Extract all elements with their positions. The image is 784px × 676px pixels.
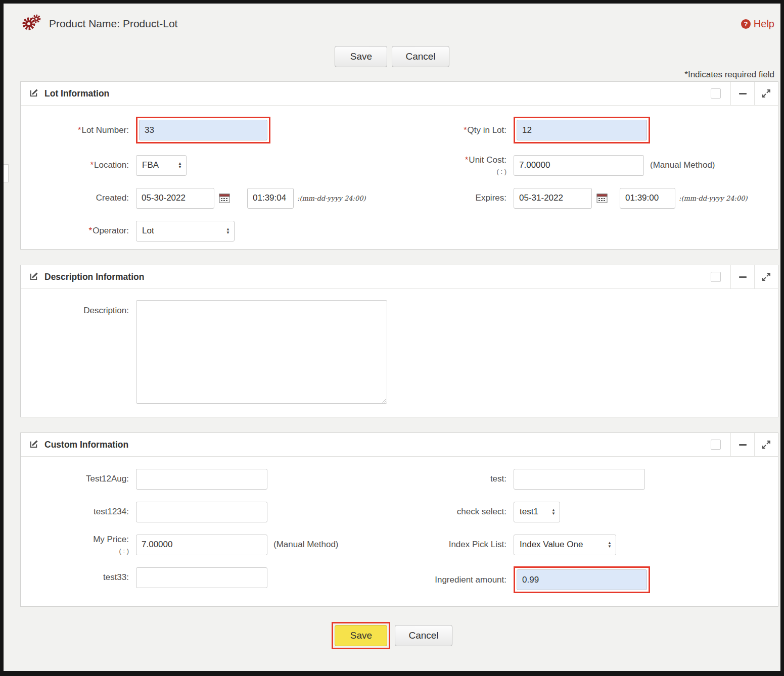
lot-number-input[interactable] — [139, 120, 267, 140]
test-label: test: — [400, 473, 514, 484]
expires-label: Expires: — [400, 192, 514, 203]
lot-information-header: Lot Information — [21, 82, 778, 106]
app-window: Product Name: Product-Lot ? Help Save Ca… — [0, 0, 784, 676]
calendar-icon[interactable] — [219, 193, 230, 203]
check-select-label: check select: — [400, 506, 514, 517]
sidebar-collapse-handle[interactable] — [4, 164, 9, 182]
expand-icon — [762, 440, 771, 449]
top-actions: Save Cancel — [4, 46, 780, 67]
panel-select-checkbox[interactable] — [701, 82, 730, 105]
test1234-input[interactable] — [136, 502, 267, 522]
required-field-note: *Indicates required field — [4, 70, 780, 80]
help-icon: ? — [741, 19, 751, 29]
expand-button[interactable] — [754, 82, 778, 105]
unit-cost-method-text: (Manual Method) — [650, 160, 715, 170]
expires-row: Expires: :(mm-d — [400, 187, 778, 209]
lot-information-title: Lot Information — [44, 88, 109, 99]
edit-icon — [29, 271, 39, 283]
description-textarea[interactable] — [136, 300, 387, 404]
lot-number-row: *Lot Number: — [21, 117, 400, 143]
qty-in-lot-label: *Qty in Lot: — [400, 125, 514, 135]
test-input[interactable] — [514, 469, 645, 490]
lot-information-panel: Lot Information *Lot Number: — [20, 81, 778, 250]
checkbox-icon — [711, 272, 721, 282]
expand-button[interactable] — [754, 433, 778, 456]
my-price-row: My Price: ( : ) (Manual Method) — [21, 534, 400, 556]
expires-date-input[interactable] — [514, 188, 592, 209]
qty-in-lot-row: *Qty in Lot: — [400, 117, 778, 143]
annotation-box-qty — [514, 117, 650, 143]
qty-in-lot-input[interactable] — [517, 120, 647, 140]
minus-icon — [739, 444, 747, 446]
edit-icon — [29, 439, 39, 451]
lot-number-label: *Lot Number: — [21, 125, 136, 135]
operator-select[interactable]: Lot ▲▼ — [136, 221, 235, 242]
operator-row: *Operator: Lot ▲▼ — [21, 220, 400, 242]
collapse-button[interactable] — [730, 82, 754, 105]
save-button-bottom[interactable]: Save — [335, 625, 387, 646]
required-asterisk: * — [464, 125, 467, 135]
lot-information-body: *Lot Number: *Location: FBA ▲▼ — [21, 106, 778, 249]
created-row: Created: :(mm-d — [21, 187, 400, 209]
description-information-header: Description Information — [21, 265, 778, 289]
test12aug-label: Test12Aug: — [21, 473, 136, 484]
test12aug-input[interactable] — [136, 469, 267, 490]
page-title: Product Name: Product-Lot — [49, 18, 177, 30]
save-button-top[interactable]: Save — [335, 46, 387, 67]
test33-row: test33: — [21, 566, 400, 589]
my-price-sub-label: ( : ) — [119, 547, 129, 555]
panel-controls — [701, 265, 778, 288]
annotation-box-ingredient — [514, 566, 650, 593]
select-spinner-icon: ▲▼ — [178, 162, 182, 169]
location-label: *Location: — [21, 160, 136, 170]
test33-input[interactable] — [136, 567, 267, 588]
created-time-input[interactable] — [247, 188, 294, 209]
collapse-button[interactable] — [730, 433, 754, 456]
index-pick-list-row: Index Pick List: Index Value One ▲▼ — [400, 534, 778, 556]
my-price-method-text: (Manual Method) — [273, 540, 339, 550]
help-link[interactable]: ? Help — [741, 18, 775, 30]
ingredient-amount-label: Ingredient amount: — [400, 574, 514, 585]
required-asterisk: * — [89, 226, 93, 235]
expires-time-input[interactable] — [620, 188, 675, 209]
custom-right-column: test: check select: test1 ▲▼ Index Pick … — [400, 468, 778, 593]
lot-left-column: *Lot Number: *Location: FBA ▲▼ — [21, 117, 400, 242]
index-pick-list-select[interactable]: Index Value One ▲▼ — [514, 535, 616, 555]
panel-select-checkbox[interactable] — [701, 265, 730, 288]
panel-select-checkbox[interactable] — [701, 433, 730, 456]
unit-cost-input[interactable] — [514, 155, 644, 176]
expand-icon — [762, 272, 771, 281]
bottom-actions: Save Cancel — [4, 622, 780, 649]
location-select[interactable]: FBA ▲▼ — [136, 155, 187, 176]
unit-cost-sub-label: ( : ) — [497, 168, 507, 176]
expand-button[interactable] — [754, 265, 778, 288]
expand-icon — [762, 89, 771, 98]
cancel-button-bottom[interactable]: Cancel — [395, 625, 452, 646]
checkbox-icon — [711, 440, 721, 450]
check-select[interactable]: test1 ▲▼ — [514, 502, 560, 522]
title-bar: Product Name: Product-Lot ? Help — [4, 4, 780, 36]
description-information-panel: Description Information Description: — [20, 265, 778, 417]
custom-information-header: Custom Information — [21, 433, 778, 457]
custom-information-body: Test12Aug: test1234: My Price: ( : ) (Ma… — [21, 457, 778, 606]
ingredient-amount-input[interactable] — [517, 569, 647, 590]
help-label: Help — [754, 18, 774, 30]
cancel-button-top[interactable]: Cancel — [392, 46, 449, 67]
description-information-body: Description: — [21, 289, 778, 417]
custom-information-panel: Custom Information Test12Aug: test1234: — [20, 432, 778, 607]
created-date-input[interactable] — [136, 188, 214, 209]
my-price-label: My Price: ( : ) — [21, 534, 136, 556]
select-spinner-icon: ▲▼ — [608, 541, 612, 548]
gears-icon — [21, 14, 42, 34]
description-row: Description: — [21, 300, 778, 404]
required-asterisk: * — [78, 125, 81, 135]
location-row: *Location: FBA ▲▼ — [21, 154, 400, 176]
custom-left-column: Test12Aug: test1234: My Price: ( : ) (Ma… — [21, 468, 400, 593]
calendar-icon[interactable] — [596, 193, 608, 203]
test1234-label: test1234: — [21, 506, 136, 517]
description-information-title: Description Information — [44, 272, 144, 282]
created-label: Created: — [21, 192, 136, 203]
my-price-input[interactable] — [136, 535, 267, 555]
expires-format-hint: :(mm-dd-yyyy 24:00) — [679, 195, 748, 202]
collapse-button[interactable] — [730, 265, 754, 288]
